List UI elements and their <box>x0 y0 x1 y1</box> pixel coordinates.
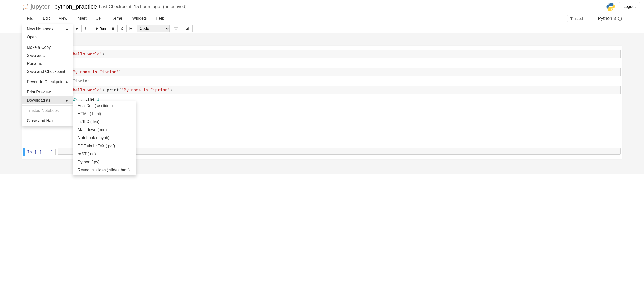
menu-save-as[interactable]: Save as... <box>22 52 73 60</box>
command-palette-button[interactable] <box>171 25 181 32</box>
menu-rename[interactable]: Rename... <box>22 60 73 68</box>
restart-icon <box>120 27 124 30</box>
jupyter-logo-text: jupyter <box>31 3 50 10</box>
kernel-indicator[interactable]: Python 3 <box>595 16 622 21</box>
jupyter-icon <box>22 3 29 10</box>
output-cell: world <box>23 59 621 67</box>
restart-run-all-button[interactable] <box>127 25 135 32</box>
menu-insert[interactable]: Insert <box>72 14 91 24</box>
move-down-button[interactable] <box>82 25 90 32</box>
menu-new-notebook[interactable]: New Notebook▶ <box>22 25 73 33</box>
menu-download-as[interactable]: Download as▶ <box>22 96 73 104</box>
svg-rect-10 <box>175 29 177 29</box>
menu-edit[interactable]: Edit <box>38 14 54 24</box>
svg-rect-11 <box>186 29 187 30</box>
menu-file[interactable]: File <box>22 14 38 24</box>
header-bar: jupyter python_practice Last Checkpoint:… <box>0 0 644 13</box>
cell-type-select[interactable]: Code <box>137 25 170 32</box>
output-text: ne is Ciprian <box>56 77 621 85</box>
chevron-right-icon: ▶ <box>66 81 68 83</box>
menu-divider <box>22 42 73 42</box>
kernel-status-icon <box>618 17 622 21</box>
menu-cell[interactable]: Cell <box>91 14 107 24</box>
output-text: world <box>56 59 621 67</box>
code-input[interactable]: rint('My name is Ciprian') <box>56 68 621 76</box>
code-input[interactable]: rint('hello world') <box>56 50 621 58</box>
arrow-up-icon <box>75 27 79 30</box>
menu-divider <box>22 87 73 87</box>
interrupt-button[interactable] <box>109 25 118 32</box>
move-up-button[interactable] <box>72 25 82 32</box>
svg-rect-7 <box>176 28 176 28</box>
error-output: afd6d32>", line 1 ('My name is Ciprian') <box>56 95 621 108</box>
fast-forward-icon <box>129 27 133 30</box>
trusted-button[interactable]: Trusted <box>567 15 586 22</box>
svg-rect-8 <box>177 28 177 28</box>
svg-point-2 <box>27 9 28 9</box>
code-input[interactable] <box>58 148 621 155</box>
download-reveal[interactable]: Reveal.js slides (.slides.html) <box>73 166 136 174</box>
menu-divider <box>22 116 73 116</box>
svg-rect-3 <box>112 27 114 30</box>
menu-help[interactable]: Help <box>151 14 169 24</box>
menu-close-halt[interactable]: Close and Halt <box>22 117 73 125</box>
svg-rect-13 <box>188 27 189 30</box>
download-latex[interactable]: LaTeX (.tex) <box>73 118 136 126</box>
menubar: File Edit View Insert Cell Kernel Widget… <box>0 13 644 24</box>
jupyter-logo[interactable]: jupyter <box>22 3 50 10</box>
svg-point-0 <box>27 4 28 5</box>
menu-view[interactable]: View <box>54 14 72 24</box>
python-icon <box>606 2 615 11</box>
code-input[interactable]: rint('hello world') print('My name is Ci… <box>56 86 621 94</box>
run-icon <box>95 27 98 30</box>
download-as-submenu: AsciiDoc (.asciidoc) HTML (.html) LaTeX … <box>73 101 136 174</box>
svg-rect-5 <box>175 28 175 28</box>
menu-make-copy[interactable]: Make a Copy... <box>22 43 73 52</box>
menu-widgets[interactable]: Widgets <box>128 14 151 24</box>
menu-open[interactable]: Open... <box>22 33 73 41</box>
chevron-right-icon: ▶ <box>66 99 68 102</box>
checkpoint-info: Last Checkpoint: 15 hours ago <box>99 4 160 9</box>
bar-chart-icon <box>185 26 190 31</box>
menu-divider <box>22 105 73 106</box>
menu-trusted-notebook: Trusted Notebook <box>22 107 73 115</box>
chart-button[interactable] <box>183 25 193 32</box>
download-python[interactable]: Python (.py) <box>73 158 136 166</box>
menu-kernel[interactable]: Kernel <box>107 14 128 24</box>
menu-save-checkpoint[interactable]: Save and Checkpoint <box>22 68 73 76</box>
code-cell[interactable]: rint('hello world') print('My name is Ci… <box>23 86 621 94</box>
autosaved-info: (autosaved) <box>163 4 187 9</box>
download-asciidoc[interactable]: AsciiDoc (.asciidoc) <box>73 102 136 110</box>
download-rest[interactable]: reST (.rst) <box>73 150 136 158</box>
svg-rect-4 <box>174 27 178 30</box>
code-cell[interactable]: rint('My name is Ciprian') <box>23 68 621 76</box>
restart-button[interactable] <box>118 25 127 32</box>
chevron-right-icon: ▶ <box>66 28 68 31</box>
notebook-name[interactable]: python_practice <box>54 3 97 10</box>
arrow-down-icon <box>84 27 88 30</box>
file-menu-dropdown: New Notebook▶ Open... Make a Copy... Sav… <box>22 24 73 126</box>
code-cell[interactable]: rint('hello world') <box>23 50 621 58</box>
output-cell: ne is Ciprian <box>23 77 621 85</box>
menu-print-preview[interactable]: Print Preview <box>22 88 73 96</box>
keyboard-icon <box>174 26 178 31</box>
svg-point-1 <box>23 8 24 10</box>
logout-button[interactable]: Logout <box>619 2 640 11</box>
menu-divider <box>22 77 73 77</box>
line-number: 1 <box>48 149 56 155</box>
input-prompt: In [ ]: 1 <box>25 148 58 156</box>
svg-rect-6 <box>175 28 176 28</box>
toolbar: Run Code <box>0 24 644 33</box>
download-notebook[interactable]: Notebook (.ipynb) <box>73 134 136 142</box>
stop-icon <box>111 27 115 30</box>
download-html[interactable]: HTML (.html) <box>73 110 136 118</box>
kernel-name: Python 3 <box>598 16 616 21</box>
svg-rect-9 <box>177 28 178 28</box>
download-markdown[interactable]: Markdown (.md) <box>73 126 136 134</box>
menu-revert-checkpoint[interactable]: Revert to Checkpoint▶ <box>22 78 73 86</box>
run-button[interactable]: Run <box>92 25 109 32</box>
run-label: Run <box>99 27 106 31</box>
download-pdf[interactable]: PDF via LaTeX (.pdf) <box>73 142 136 150</box>
svg-rect-12 <box>187 28 188 30</box>
